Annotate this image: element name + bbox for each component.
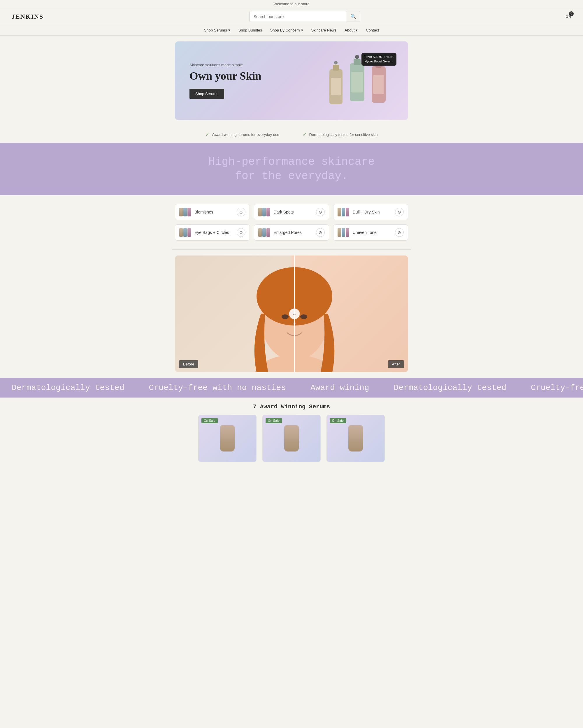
nav-item-skincare-news[interactable]: Skincare News xyxy=(311,28,337,32)
marquee-inner: Dermatologically tested Cruelty-free wit… xyxy=(0,383,583,392)
concern-card-blemishes[interactable]: Blemishes ⊙ xyxy=(175,204,250,220)
concern-card-uneven-tone[interactable]: Uneven Tone ⊙ xyxy=(333,224,408,241)
before-panel: Before xyxy=(175,256,292,372)
mini-bottle-11 xyxy=(183,228,187,237)
svg-rect-4 xyxy=(354,59,361,65)
logo[interactable]: JENKINS xyxy=(12,13,44,20)
products-section-title: 7 Award Winning Serums xyxy=(12,404,571,410)
concern-left-dull-dry: Dull + Dry Skin xyxy=(338,208,380,216)
purple-banner-heading: High-performance skincare for the everyd… xyxy=(12,155,571,183)
nav-item-shop-bundles[interactable]: Shop Bundles xyxy=(239,28,262,32)
mini-bottle-8 xyxy=(342,208,345,216)
product-bottle-visual-3 xyxy=(348,425,363,451)
search-input[interactable] xyxy=(250,12,346,21)
concern-bottles-blemishes xyxy=(179,208,191,216)
concern-left-enlarged-pores: Enlarged Pores xyxy=(258,228,302,237)
check-icon-2: ✓ xyxy=(303,131,307,138)
mini-bottle-17 xyxy=(342,228,345,237)
on-sale-badge-1: On Sale xyxy=(201,418,218,423)
product-bottle-visual-1 xyxy=(220,425,235,451)
mini-bottle-12 xyxy=(188,228,191,237)
header-icons: 🛍 0 xyxy=(565,13,571,20)
mini-bottle-4 xyxy=(258,208,262,216)
trust-text-2: Dermatologically tested for sensitive sk… xyxy=(309,132,378,137)
mini-bottle-3 xyxy=(188,208,191,216)
product-image-1: On Sale xyxy=(198,415,256,462)
search-bar: 🔍 xyxy=(249,11,360,22)
concern-bottles-dark-spots xyxy=(258,208,270,216)
concern-card-dull-dry[interactable]: Dull + Dry Skin ⊙ xyxy=(333,204,408,220)
mini-bottle-15 xyxy=(267,228,270,237)
hero-subtitle: Skincare solutions made simple xyxy=(190,63,261,67)
tooltip-price: From $20.97 xyxy=(364,55,383,59)
product-card-1[interactable]: On Sale xyxy=(198,415,256,462)
cart-button[interactable]: 🛍 0 xyxy=(565,13,571,20)
top-banner: Welcome to our store xyxy=(0,0,583,8)
concern-left-blemishes: Blemishes xyxy=(179,208,213,216)
after-panel: After xyxy=(292,256,408,372)
mini-bottle-2 xyxy=(183,208,187,216)
before-after-container: Before After xyxy=(175,256,408,372)
concern-arrow-enlarged-pores[interactable]: ⊙ xyxy=(316,228,325,237)
concern-left-dark-spots: Dark Spots xyxy=(258,208,294,216)
product-image-2: On Sale xyxy=(262,415,321,462)
purple-banner: High-performance skincare for the everyd… xyxy=(0,143,583,195)
tooltip-price-old: $29-95 xyxy=(384,55,393,59)
marquee-section: Dermatologically tested Cruelty-free wit… xyxy=(0,378,583,397)
trust-badge-1: ✓ Award winning serums for everyday use xyxy=(205,131,279,138)
concern-bottles-eye-bags xyxy=(179,228,191,237)
concern-bottles-enlarged-pores xyxy=(258,228,270,237)
concern-arrow-uneven-tone[interactable]: ⊙ xyxy=(395,228,404,237)
concern-arrow-dull-dry[interactable]: ⊙ xyxy=(395,208,404,216)
mini-bottle-1 xyxy=(179,208,183,216)
banner-text: Welcome to our store xyxy=(273,2,309,6)
concern-card-eye-bags[interactable]: Eye Bags + Circles ⊙ xyxy=(175,224,250,241)
tooltip-product-name: Hydro Boost Serum xyxy=(364,59,392,63)
product-card-3[interactable]: On Sale xyxy=(327,415,385,462)
check-icon-1: ✓ xyxy=(205,131,210,138)
svg-point-5 xyxy=(355,55,359,59)
nav-item-shop-by-concern[interactable]: Shop By Concern ▾ xyxy=(270,28,303,32)
concern-label-eye-bags: Eye Bags + Circles xyxy=(194,230,229,235)
concern-label-dark-spots: Dark Spots xyxy=(273,210,294,214)
search-button[interactable]: 🔍 xyxy=(346,11,360,22)
main-nav: Shop Serums ▾ Shop Bundles Shop By Conce… xyxy=(0,25,583,35)
cart-badge: 0 xyxy=(569,11,574,16)
marquee-text-1: Dermatologically tested Cruelty-free wit… xyxy=(0,383,583,392)
chevron-down-icon-3: ▾ xyxy=(356,28,358,32)
concern-grid: Blemishes ⊙ Dark Spots ⊙ Dull + Dry Skin… xyxy=(172,204,411,241)
hero-title: Own your Skin xyxy=(190,70,261,83)
concern-label-blemishes: Blemishes xyxy=(194,210,213,214)
trust-badge-2: ✓ Dermatologically tested for sensitive … xyxy=(303,131,378,138)
nav-item-shop-serums[interactable]: Shop Serums ▾ xyxy=(204,28,230,32)
nav-item-contact[interactable]: Contact xyxy=(366,28,379,32)
concern-card-enlarged-pores[interactable]: Enlarged Pores ⊙ xyxy=(254,224,329,241)
hero-cta-button[interactable]: Shop Serums xyxy=(190,89,224,99)
hero-content: Skincare solutions made simple Own your … xyxy=(175,51,276,110)
svg-point-2 xyxy=(334,61,338,64)
nav-item-about[interactable]: About ▾ xyxy=(344,28,358,32)
svg-rect-10 xyxy=(351,72,363,93)
products-section: 7 Award Winning Serums On Sale On Sale O… xyxy=(0,397,583,465)
svg-rect-1 xyxy=(333,65,339,71)
mini-bottle-13 xyxy=(258,228,262,237)
concern-left-eye-bags: Eye Bags + Circles xyxy=(179,228,229,237)
hero-products-area: From $20.97 $29-95 Hydro Boost Serum xyxy=(318,47,399,114)
before-label: Before xyxy=(179,360,198,368)
mini-bottle-18 xyxy=(346,228,349,237)
on-sale-badge-2: On Sale xyxy=(266,418,282,423)
trust-badges: ✓ Award winning serums for everyday use … xyxy=(0,126,583,143)
concern-arrow-eye-bags[interactable]: ⊙ xyxy=(237,228,245,237)
concern-arrow-blemishes[interactable]: ⊙ xyxy=(237,208,245,216)
product-bottle-visual-2 xyxy=(284,425,299,451)
concern-card-dark-spots[interactable]: Dark Spots ⊙ xyxy=(254,204,329,220)
product-card-2[interactable]: On Sale xyxy=(262,415,321,462)
product-image-3: On Sale xyxy=(327,415,385,462)
purple-line2: for the everyday. xyxy=(235,170,348,182)
concern-arrow-dark-spots[interactable]: ⊙ xyxy=(316,208,325,216)
chevron-down-icon: ▾ xyxy=(228,28,230,32)
after-label: After xyxy=(388,360,404,368)
concern-left-uneven-tone: Uneven Tone xyxy=(338,228,377,237)
mini-bottle-7 xyxy=(338,208,341,216)
products-grid: On Sale On Sale On Sale xyxy=(172,415,411,462)
